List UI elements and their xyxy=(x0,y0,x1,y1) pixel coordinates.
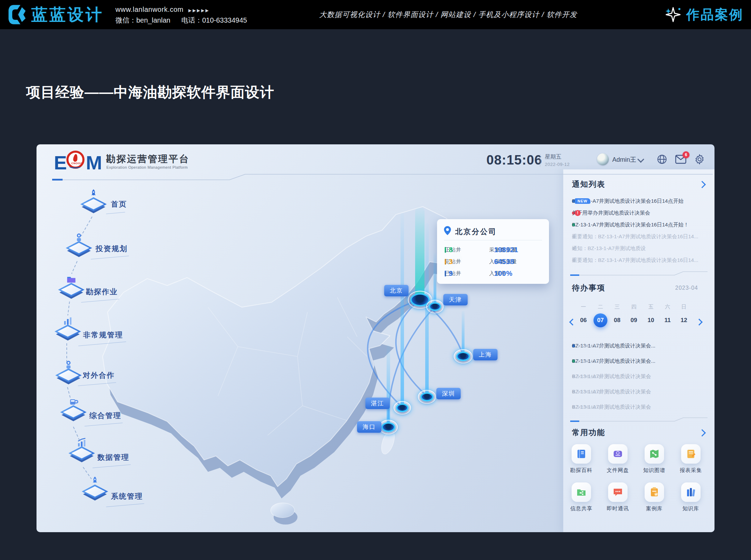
sidebar-icon-general[interactable] xyxy=(60,403,87,421)
city-badge-zhanjiang[interactable]: 湛江 xyxy=(365,398,390,409)
beam-zhanjiang xyxy=(401,213,404,407)
app-subtitle: Exploration Operation Management Platfor… xyxy=(106,165,188,169)
brand-name: 蓝蓝设计 xyxy=(31,4,104,26)
report-icon xyxy=(685,448,696,459)
sidebar-icon-data[interactable] xyxy=(68,444,95,462)
cnooc-logo-icon: CNOOC xyxy=(66,151,84,169)
services-list: 大数据可视化设计 / 软件界面设计 / 网站建设 / 手机及小程序设计 / 软件… xyxy=(319,0,577,29)
function-case-library[interactable]: 案例库 xyxy=(640,482,668,512)
notification-item[interactable]: BZ-13-1-A7井测试地质设计决策会16日14点开始！ xyxy=(572,219,708,230)
function-instant-message[interactable]: 即时通讯 xyxy=(604,482,632,512)
calendar-next-icon[interactable] xyxy=(696,319,703,326)
calendar-date[interactable]: 10 xyxy=(644,313,658,327)
calendar-date[interactable]: 11 xyxy=(661,313,675,327)
mail-badge: 6 xyxy=(683,151,689,158)
marker-haikou[interactable] xyxy=(381,422,395,432)
sidebar-icon-investment[interactable] xyxy=(66,239,92,257)
todo-item[interactable]: BZ-13-1-A7井测试地质设计决策会 10:30-12:00 xyxy=(572,386,708,397)
sidebar-icon-cooperation[interactable] xyxy=(55,366,82,384)
calendar-date[interactable]: 06 xyxy=(576,313,590,327)
clock-separator xyxy=(540,154,540,167)
notification-item[interactable]: 重要通知：BZ-13-1-A7井测试地质设计决策会16日14... xyxy=(572,231,708,242)
weekday-label: 三 xyxy=(611,304,623,310)
todo-item[interactable]: BZ-13-1-A7井测试地质设计决策会 10:30-12:00 xyxy=(572,402,708,412)
sidebar-item-investment[interactable]: 投资规划 xyxy=(96,244,128,254)
function-knowledge-graph[interactable]: 知识图谱 xyxy=(640,444,668,474)
city-badge-tianjin[interactable]: 天津 xyxy=(443,294,468,305)
weekday-label: 日 xyxy=(678,304,690,310)
portfolio-link[interactable]: 作品案例 xyxy=(664,0,743,29)
calendar-date[interactable]: 08 xyxy=(610,313,624,327)
sidebar-item-exploration[interactable]: 勘探作业 xyxy=(86,287,118,297)
weekday-label: 四 xyxy=(628,304,640,310)
function-encyclopedia[interactable]: 勘探百科 xyxy=(567,444,595,474)
city-badge-haikou[interactable]: 海口 xyxy=(357,421,381,433)
sparkle-star-icon xyxy=(664,6,682,24)
city-badge-beijing[interactable]: 北京 xyxy=(384,285,409,296)
notification-item[interactable]: BZ-13-1-A7井测试地质设计决策会16日14点开始 NEW xyxy=(572,196,708,206)
function-report-collect[interactable]: 报表采集 xyxy=(677,444,705,474)
marker-tianjin[interactable] xyxy=(429,302,441,311)
sidebar-item-data[interactable]: 数据管理 xyxy=(97,453,129,462)
function-knowledge-base[interactable]: 知识库 xyxy=(677,482,705,512)
location-pin-icon xyxy=(444,226,451,235)
marker-shanghai[interactable] xyxy=(456,352,470,361)
marker-shenzhen[interactable] xyxy=(420,392,434,401)
notification-item[interactable]: 关于用举办井测试地质设计决策会 ! xyxy=(572,208,708,218)
notification-item[interactable]: 通知：BZ-13-1-A7井测试地质设 xyxy=(572,243,708,254)
phone-label: 电话：010-63334945 xyxy=(181,16,247,24)
todo-item[interactable]: BZ-13-1-A7井测试地质设计决策会 10:30-12:00 xyxy=(572,371,708,382)
calendar-date[interactable]: 09 xyxy=(627,313,641,327)
stat-row: 入湖率 100% xyxy=(489,269,547,278)
todo-month: 2023-04 xyxy=(675,285,698,291)
function-info-share[interactable]: 信息共享 xyxy=(567,482,595,512)
astronaut-icon xyxy=(64,360,73,370)
sidebar-item-unconventional[interactable]: 非常规管理 xyxy=(83,330,123,340)
todo-title: 待办事项 xyxy=(572,283,605,293)
sidebar-icon-exploration[interactable] xyxy=(58,281,84,299)
sidebar-item-cooperation[interactable]: 对外合作 xyxy=(83,370,115,380)
settings-gear-icon[interactable] xyxy=(694,154,705,165)
user-name[interactable]: Admin王 xyxy=(612,155,636,164)
sidebar-item-system[interactable]: 系统管理 xyxy=(111,491,143,501)
bar-chart-icon xyxy=(63,316,73,326)
weekday-label: 五 xyxy=(645,304,657,310)
stat-row: 入湖数据量 64538 xyxy=(489,257,547,266)
calendar-prev-icon[interactable] xyxy=(569,319,576,326)
sidebar-item-home[interactable]: 首页 xyxy=(111,199,127,209)
drive-icon xyxy=(612,448,623,459)
right-panel: 通知列表 BZ-13-1-A7井测试地质设计决策会16日14点开始 NEW 关于… xyxy=(563,169,714,532)
site-url[interactable]: www.lanlanwork.com xyxy=(115,6,184,13)
clock: 08:15:06 xyxy=(486,153,542,168)
url-arrows-icon: ▶▶▶▶▶ xyxy=(188,8,210,13)
calendar-date[interactable]: 12 xyxy=(677,313,691,327)
beam-beijing xyxy=(415,208,425,299)
app-screenshot: 北京 天津 上海 深圳 湛江 海口 北京分公司 正钻井 8 完钻井 3 已钻井 … xyxy=(37,144,714,532)
sidebar-item-general[interactable]: 综合管理 xyxy=(89,411,121,421)
marker-zhanjiang[interactable] xyxy=(396,403,409,412)
folder-icon xyxy=(66,274,76,284)
city-badge-shanghai[interactable]: 上海 xyxy=(473,349,498,360)
sidebar-icon-home[interactable] xyxy=(80,195,107,213)
beam-tianjin xyxy=(434,253,436,305)
globe-icon[interactable] xyxy=(657,154,667,165)
rocket-icon xyxy=(89,189,98,199)
function-netdisk[interactable]: 文件网盘 xyxy=(604,444,632,474)
functions-more-arrow-icon[interactable] xyxy=(698,429,706,437)
new-badge: NEW xyxy=(575,198,590,204)
todo-item[interactable]: BZ-13-1-A7井测试地质设计决策会... 10:30-12:00 xyxy=(572,356,708,366)
user-avatar[interactable] xyxy=(597,153,609,165)
notification-item[interactable]: 重要通知：BZ-13-1-A7井测试地质设计决策会16日14... xyxy=(572,255,708,265)
page-title: 项目经验——中海油勘探软件界面设计 xyxy=(26,83,274,102)
beam-haikou xyxy=(387,344,390,426)
site-header: 蓝蓝设计 www.lanlanwork.com▶▶▶▶▶ 微信：ben_lanl… xyxy=(0,0,751,29)
todo-item[interactable]: BZ-13-1-A7井测试地质设计决策会... 10:30-12:00 xyxy=(572,341,708,351)
sidebar-icon-unconventional[interactable] xyxy=(55,322,81,341)
ecm-logo-e: E xyxy=(54,151,66,174)
branch-popup: 北京分公司 正钻井 8 完钻井 3 已钻井 9 采集数据量 198921 入湖数… xyxy=(437,219,549,284)
share-folder-icon xyxy=(576,487,587,498)
sidebar-icon-system[interactable] xyxy=(82,482,108,501)
calendar-date-selected[interactable]: 07 xyxy=(593,313,607,327)
city-badge-shenzhen[interactable]: 深圳 xyxy=(436,388,461,399)
weekday: 星期五 xyxy=(545,153,562,161)
